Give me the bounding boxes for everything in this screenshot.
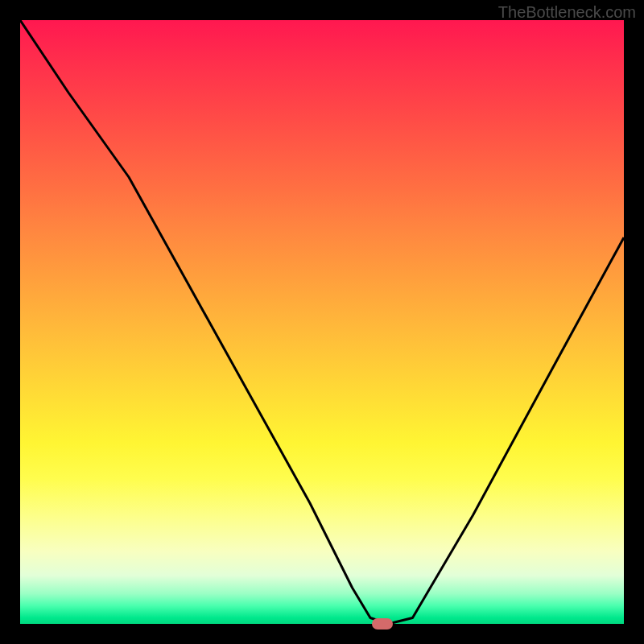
optimal-marker	[372, 618, 393, 630]
plot-area	[20, 20, 624, 624]
curve-svg	[20, 20, 624, 624]
bottleneck-curve	[20, 20, 624, 624]
attribution-text: TheBottleneck.com	[498, 3, 636, 22]
